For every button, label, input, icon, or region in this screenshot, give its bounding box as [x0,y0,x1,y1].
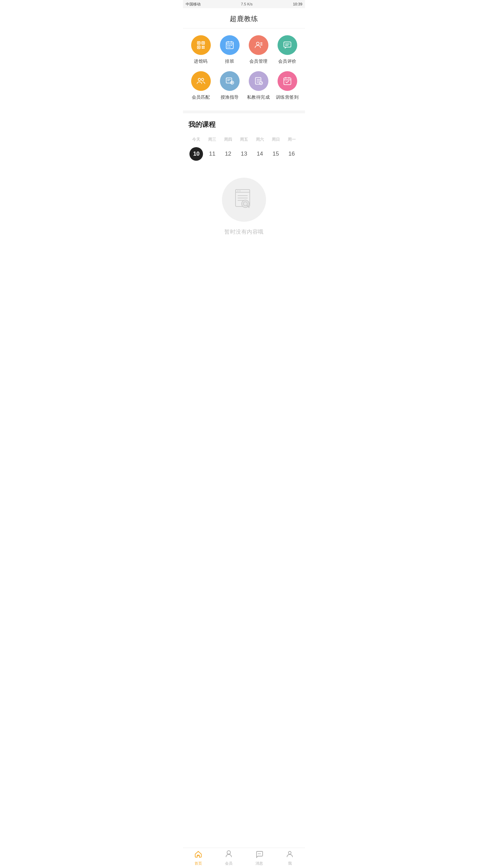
courses-section: 我的课程 今天 周三 周四 周五 周六 周日 周一 10 11 12 13 14… [183,113,305,242]
weekday-5: 周日 [268,135,284,144]
date-16[interactable]: 16 [285,147,299,161]
svg-point-28 [201,78,204,81]
carrier: 中国移动 [186,2,201,7]
date-11[interactable]: 11 [205,147,219,161]
svg-rect-17 [231,45,232,46]
time: 10:39 [293,2,302,6]
icon-paiban[interactable]: 排班 [215,35,244,64]
icon-label-huiyuanguanli: 会员管理 [249,58,268,64]
empty-text: 暂时没有内容哦 [224,229,264,236]
calendar-icon [225,40,235,50]
date-14[interactable]: 14 [253,147,267,161]
calendar-date-row: 10 11 12 13 14 15 16 [188,147,300,161]
empty-illustration [222,178,266,222]
weekday-3: 周五 [236,135,252,144]
icon-circle-huiyuanpipei [191,71,211,91]
icon-shouyuzhidao[interactable]: 授渔指导 [215,71,244,100]
weekday-0: 今天 [188,135,204,144]
icon-circle-sijiaodaiwancheng [249,71,268,91]
icon-circle-huiyuanpingjia [278,35,297,55]
icon-label-shouyuzhidao: 授渔指导 [221,94,239,100]
status-bar: 中国移动 7.5 K/s 10:39 [183,0,305,8]
icon-label-jinguanma: 进馆码 [194,58,208,64]
svg-rect-5 [198,47,199,48]
svg-rect-16 [229,45,230,46]
svg-point-39 [259,81,262,84]
svg-point-27 [198,78,200,81]
icon-sijiaodaiwancheng[interactable]: 私教待完成 [244,71,273,100]
svg-point-20 [256,42,259,45]
icon-circle-xunlianyingqiandao [278,71,297,91]
svg-rect-15 [227,45,229,46]
icon-circle-paiban [220,35,240,55]
svg-rect-8 [203,46,205,47]
weekday-4: 周六 [252,135,268,144]
empty-search-icon [230,186,258,213]
guide-icon [225,76,235,86]
weekday-1: 周三 [204,135,220,144]
icon-label-huiyuanpipei: 会员匹配 [192,94,210,100]
svg-rect-40 [284,78,291,85]
app-title: 超鹿教练 [230,15,258,22]
bottom-spacer [183,242,305,266]
icon-huiyuanguanli[interactable]: 会员管理 [244,35,273,64]
icon-circle-jinguanma [191,35,211,55]
weekday-2: 周四 [220,135,236,144]
icon-label-huiyuanpingjia: 会员评价 [278,58,297,64]
svg-rect-18 [227,47,229,47]
qr-icon [196,40,206,50]
icon-circle-shouyuzhidao [220,71,240,91]
icon-huiyuanpingjia[interactable]: 会员评价 [273,35,302,64]
svg-rect-9 [202,47,203,49]
review-icon [283,40,292,50]
svg-rect-4 [202,42,204,43]
svg-rect-7 [202,46,203,47]
date-13[interactable]: 13 [237,147,251,161]
member-manage-icon [254,40,263,50]
icon-label-sijiaodaiwancheng: 私教待完成 [247,94,270,100]
pending-icon [254,76,263,86]
camp-checkin-icon [283,76,292,86]
courses-title: 我的课程 [188,120,300,129]
match-icon [196,76,206,86]
date-10[interactable]: 10 [189,147,203,161]
icon-jinguanma[interactable]: 进馆码 [186,35,215,64]
svg-rect-10 [203,47,205,49]
icon-xunlianyingqiandao[interactable]: 训练营签到 [273,71,302,100]
icon-huiyuanpipei[interactable]: 会员匹配 [186,71,215,100]
speed: 7.5 K/s [241,2,252,6]
svg-rect-19 [229,47,230,47]
svg-rect-24 [284,42,291,47]
quick-actions-grid: 进馆码 排班 [183,28,305,104]
empty-state: 暂时没有内容哦 [188,164,300,242]
date-12[interactable]: 12 [221,147,235,161]
weekday-6: 周一 [284,135,300,144]
icon-label-xunlianyingqiandao: 训练营签到 [276,94,299,100]
icon-circle-huiyuanguanli [249,35,268,55]
calendar-weekday-row: 今天 周三 周四 周五 周六 周日 周一 [188,135,300,144]
section-divider [183,111,305,113]
svg-point-47 [240,191,241,192]
svg-rect-3 [198,42,199,43]
app-header: 超鹿教练 [183,8,305,28]
svg-point-46 [238,191,239,192]
date-15[interactable]: 15 [269,147,283,161]
icon-label-paiban: 排班 [225,58,234,64]
